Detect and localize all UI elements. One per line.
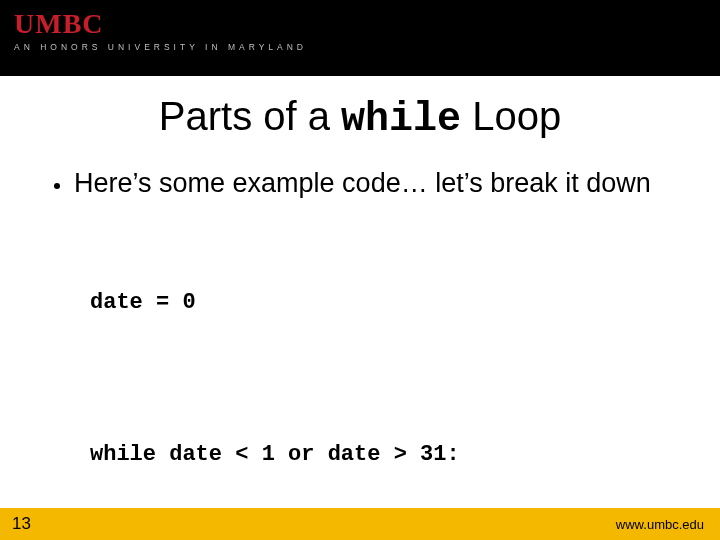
title-after: Loop [461, 94, 561, 138]
slide-title: Parts of a while Loop [0, 94, 720, 142]
tagline: AN HONORS UNIVERSITY IN MARYLAND [14, 42, 706, 52]
header-band: UMBC AN HONORS UNIVERSITY IN MARYLAND [0, 0, 720, 76]
page-number: 13 [12, 514, 31, 534]
code-block: date = 0 while date < 1 or date > 31: da… [90, 239, 720, 540]
footer-bar: 13 www.umbc.edu [0, 508, 720, 540]
code-line-1: date = 0 [90, 290, 720, 315]
bullet-row: Here’s some example code… let’s break it… [54, 168, 720, 199]
title-mono: while [341, 97, 461, 142]
footer-url: www.umbc.edu [616, 517, 704, 532]
bullet-text: Here’s some example code… let’s break it… [74, 168, 651, 199]
logo: UMBC [14, 8, 706, 40]
title-before: Parts of a [159, 94, 341, 138]
bullet-icon [54, 183, 60, 189]
slide: UMBC AN HONORS UNIVERSITY IN MARYLAND Pa… [0, 0, 720, 540]
code-line-2: while date < 1 or date > 31: [90, 442, 720, 467]
